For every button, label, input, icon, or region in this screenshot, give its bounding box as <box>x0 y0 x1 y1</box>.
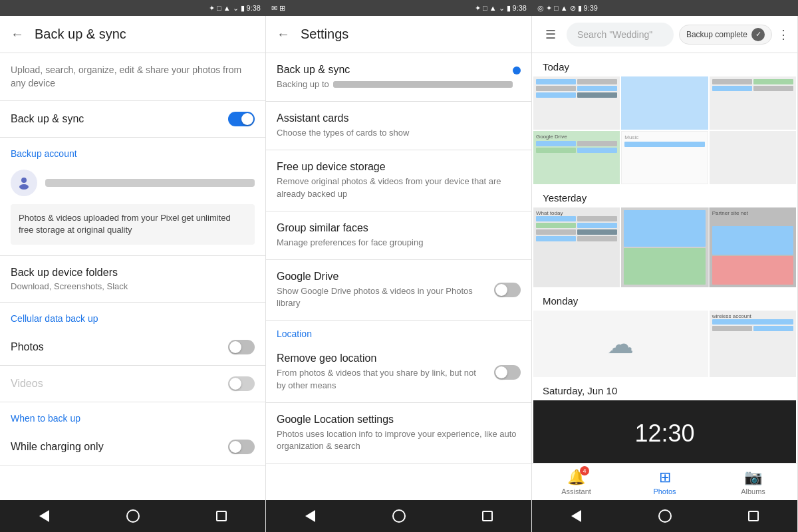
photo-yesterday-1[interactable]: What today <box>533 207 620 287</box>
settings-backup-sync[interactable]: Back up & sync Backing up to <box>266 53 531 102</box>
panel1-content: Upload, search, organize, edit & share y… <box>0 53 265 500</box>
videos-toggle[interactable] <box>228 376 255 391</box>
photos-content: Today <box>532 53 797 463</box>
status-time-3: 9:39 <box>584 4 598 12</box>
status-time-2: 9:38 <box>513 4 527 12</box>
google-drive-sub: Show Google Drive photos & videos in you… <box>277 285 486 309</box>
remove-geo-title: Remove geo location <box>277 352 486 364</box>
settings-free-up[interactable]: Free up device storage Remove original p… <box>266 150 531 211</box>
toolbar-1: ← Back up & sync <box>0 16 265 53</box>
photo-today-3[interactable] <box>710 76 796 130</box>
account-email <box>45 179 255 187</box>
back-triangle-3 <box>571 510 581 522</box>
remove-geo-toggle[interactable] <box>494 365 521 380</box>
home-circle-3 <box>658 509 672 523</box>
bluetooth-icon-3: ✦ <box>546 4 552 13</box>
back-android-2[interactable] <box>303 508 319 524</box>
monday-header: Monday <box>532 287 797 311</box>
photos-toggle[interactable] <box>228 340 255 354</box>
settings-google-location[interactable]: Google Location settings Photos uses loc… <box>266 403 531 464</box>
while-charging-toggle[interactable] <box>228 440 255 454</box>
signal-icon-2: ▲ <box>489 4 497 12</box>
status-icons-left-3: ◎ ✦ □ ▲ ⊘ ▮ 9:39 <box>537 4 598 13</box>
battery-icon: ▮ <box>241 4 245 13</box>
photo-yesterday-2a <box>621 207 708 287</box>
search-bar[interactable]: Search "Wedding" <box>567 23 674 47</box>
backup-folders-section[interactable]: Back up device folders Download, Screens… <box>0 256 265 303</box>
back-triangle-2 <box>305 510 315 522</box>
settings-google-drive[interactable]: Google Drive Show Google Drive photos & … <box>266 260 531 321</box>
home-android-1[interactable] <box>125 508 141 524</box>
photo-today-4[interactable]: Google Drive <box>533 131 620 184</box>
photo-yesterday-2[interactable]: Partner site net <box>621 207 796 287</box>
yesterday-header: Yesterday <box>532 184 797 207</box>
nav-photos[interactable]: ⊞ Photos <box>620 469 709 495</box>
backup-complete-label: Backup complete <box>686 30 747 39</box>
backup-complete-badge[interactable]: Backup complete ✓ <box>679 25 772 45</box>
photo-today-1[interactable] <box>533 76 620 130</box>
mail-icon: ✉ <box>271 4 277 13</box>
location-section-header: Location <box>266 321 531 342</box>
toolbar-2: ← Settings <box>266 16 531 53</box>
settings-remove-geo[interactable]: Remove geo location From photos & videos… <box>266 342 531 402</box>
settings-assistant-cards[interactable]: Assistant cards Choose the types of card… <box>266 102 531 150</box>
panel1-description: Upload, search, organize, edit & share y… <box>0 53 265 101</box>
bluetooth-icon-2: ✦ <box>475 4 481 13</box>
more-options-icon[interactable]: ⋮ <box>777 27 789 42</box>
recents-square-1 <box>216 511 227 521</box>
backup-sync-toggle-row[interactable]: Back up & sync <box>0 101 265 138</box>
free-up-title: Free up device storage <box>277 161 521 173</box>
photo-saturday-main[interactable]: 12:30 <box>533 400 796 463</box>
while-charging-row[interactable]: While charging only <box>0 429 265 466</box>
home-android-2[interactable] <box>391 508 407 524</box>
photo-inner-3 <box>710 76 796 130</box>
back-android-1[interactable] <box>37 508 53 524</box>
videos-toggle-row[interactable]: Videos <box>0 366 265 402</box>
photo-today-5[interactable]: Music <box>621 131 708 184</box>
settings-group-faces[interactable]: Group similar faces Manage preferences f… <box>266 211 531 260</box>
status-bars: ✦ □ ▲ ⌄ ▮ 9:38 ✉ ⊞ ✦ □ ▲ ⌄ ▮ 9:38 ◎ ✦ □ … <box>0 0 798 16</box>
back-android-3[interactable] <box>569 508 585 524</box>
status-icons-1: ✦ □ ▲ ⌄ ▮ 9:38 <box>209 4 261 13</box>
google-drive-text: Google Drive Show Google Drive photos & … <box>277 271 494 309</box>
android-nav-1 <box>0 500 265 532</box>
photo-today-2[interactable] <box>621 76 708 130</box>
group-faces-title: Group similar faces <box>277 222 521 234</box>
backup-sync-toggle[interactable] <box>228 112 255 126</box>
battery-icon-3: ▮ <box>578 4 582 13</box>
status-time-1: 9:38 <box>247 4 261 12</box>
nfc-icon: □ <box>217 4 221 12</box>
recents-android-2[interactable] <box>479 508 495 524</box>
nav-assistant[interactable]: 🔔 4 Assistant <box>532 469 620 495</box>
status-icons-right-2: ✦ □ ▲ ⌄ ▮ 9:38 <box>475 4 527 13</box>
backup-folders-sub: Download, Screenshots, Slack <box>11 281 255 291</box>
back-button-2[interactable]: ← <box>277 27 290 42</box>
bottom-nav: 🔔 4 Assistant ⊞ Photos 📷 Albums <box>532 463 797 500</box>
recents-android-3[interactable] <box>745 508 761 524</box>
recents-square-2 <box>482 511 493 521</box>
photo-monday-cloud[interactable]: ☁ <box>533 311 708 377</box>
panel2-content: Back up & sync Backing up to Assistant c… <box>266 53 531 500</box>
photos-toggle-row[interactable]: Photos <box>0 329 265 366</box>
photo-today-6[interactable] <box>710 131 796 184</box>
home-circle-1 <box>126 509 140 523</box>
panels-container: ← Back up & sync Upload, search, organiz… <box>0 16 798 532</box>
nav-albums[interactable]: 📷 Albums <box>709 469 797 495</box>
google-drive-toggle[interactable] <box>494 283 521 297</box>
recents-square-3 <box>748 511 759 521</box>
albums-icon: 📷 <box>744 469 762 486</box>
hamburger-icon[interactable]: ☰ <box>540 22 561 47</box>
photo-inner-5: Music <box>622 132 707 184</box>
group-faces-sub: Manage preferences for face grouping <box>277 237 521 249</box>
backup-sync-label: Back up & sync <box>11 113 84 125</box>
account-row[interactable] <box>11 170 255 196</box>
home-android-3[interactable] <box>657 508 673 524</box>
yesterday-photo-grid: What today Partner site n <box>532 207 797 287</box>
recents-android-1[interactable] <box>213 508 229 524</box>
panel-settings: ← Settings Back up & sync Backing up to <box>266 16 532 532</box>
status-bar-2: ✉ ⊞ ✦ □ ▲ ⌄ ▮ 9:38 <box>266 4 532 13</box>
photo-monday-2[interactable]: wireless account <box>710 311 796 377</box>
remove-geo-sub: From photos & videos that you share by l… <box>277 367 486 391</box>
google-drive-row: Google Drive Show Google Drive photos & … <box>277 271 521 309</box>
back-button-1[interactable]: ← <box>11 27 24 42</box>
